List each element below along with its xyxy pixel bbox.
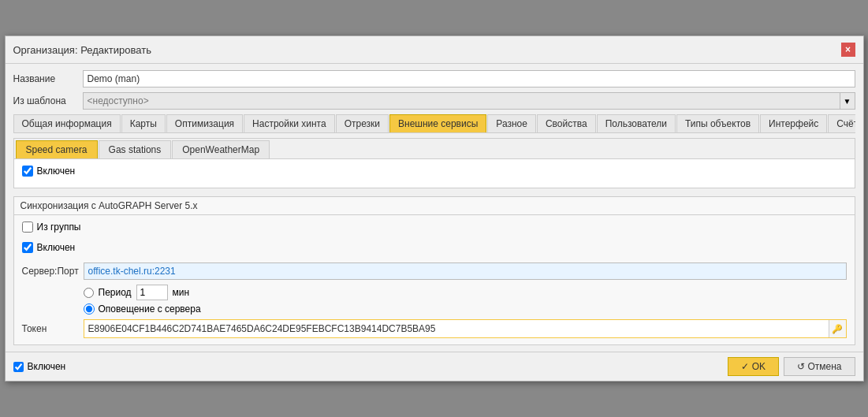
tab-users[interactable]: Пользователи — [597, 114, 676, 132]
name-input[interactable] — [83, 70, 855, 87]
period-notify-row: Период мин Оповещение с сервера — [22, 285, 847, 315]
sync-enabled-row: Включен — [22, 242, 847, 253]
from-group-checkbox[interactable] — [22, 222, 33, 233]
token-row: Токен 🔑 — [22, 319, 847, 338]
sync-body: Из группы Включен Сервер:Порт — [14, 215, 855, 344]
sync-enabled-label: Включен — [37, 242, 76, 253]
period-input[interactable] — [136, 285, 168, 300]
tab-external-services[interactable]: Внешние сервисы — [389, 114, 486, 132]
token-input[interactable] — [84, 320, 829, 337]
bottom-bar: Включен ✓ OK ↺ Отмена — [6, 352, 863, 381]
from-group-label: Из группы — [37, 222, 81, 233]
inner-tab-openweathermap[interactable]: OpenWeatherMap — [172, 140, 270, 158]
close-button[interactable]: × — [841, 43, 855, 57]
notify-radio[interactable] — [84, 303, 95, 315]
inner-tab-gas-stations[interactable]: Gas stations — [99, 140, 172, 158]
template-field-wrap: ▼ — [83, 92, 855, 110]
tab-general[interactable]: Общая информация — [13, 114, 121, 132]
tab-interface[interactable]: Интерфейс — [760, 114, 827, 132]
period-unit: мин — [173, 287, 190, 298]
main-tabs-row: Общая информация Карты Оптимизация Настр… — [13, 114, 855, 133]
period-label: Период — [99, 287, 132, 298]
tab-segments[interactable]: Отрезки — [336, 114, 389, 132]
speed-camera-panel: Включен — [14, 159, 855, 188]
tab-hint-settings[interactable]: Настройки хинта — [244, 114, 335, 132]
server-port-row: Сервер:Порт — [22, 262, 847, 280]
dialog-title: Организация: Редактировать — [13, 44, 151, 56]
tab-optimization[interactable]: Оптимизация — [166, 114, 243, 132]
period-row: Период мин — [84, 285, 201, 300]
speed-camera-enabled-row: Включен — [22, 166, 847, 177]
token-field-wrap: 🔑 — [84, 319, 847, 338]
bottom-enabled-label: Включен — [28, 361, 66, 372]
cancel-button[interactable]: ↺ Отмена — [784, 357, 855, 376]
dialog-titlebar: Организация: Редактировать × — [6, 36, 863, 64]
server-port-label: Сервер:Порт — [22, 266, 77, 277]
token-label: Токен — [22, 323, 77, 334]
name-label: Название — [13, 73, 76, 84]
sync-section: Синхронизация с AutoGRAPH Server 5.x Из … — [13, 196, 855, 345]
template-row: Из шаблона ▼ — [13, 92, 855, 110]
period-radio[interactable] — [84, 288, 94, 298]
sync-enabled-checkbox[interactable] — [22, 242, 33, 253]
bottom-right: ✓ OK ↺ Отмена — [728, 357, 855, 376]
template-label: Из шаблона — [13, 95, 76, 106]
bottom-enabled-checkbox[interactable] — [13, 362, 24, 372]
notify-label: Оповещение с сервера — [99, 303, 201, 315]
tab-object-types[interactable]: Типы объектов — [676, 114, 759, 132]
ok-button[interactable]: ✓ OK — [728, 357, 779, 376]
server-port-input[interactable] — [84, 262, 847, 280]
dialog-body: Название Из шаблона ▼ Общая информация К… — [6, 64, 863, 352]
token-key-button[interactable]: 🔑 — [829, 320, 846, 337]
template-dropdown-button[interactable]: ▼ — [840, 92, 855, 110]
speed-camera-enabled-checkbox[interactable] — [22, 166, 33, 177]
sync-section-title: Синхронизация с AutoGRAPH Server 5.x — [14, 197, 855, 215]
content-area: Speed camera Gas stations OpenWeatherMap… — [13, 138, 855, 188]
inner-tabs-row: Speed camera Gas stations OpenWeatherMap — [14, 139, 855, 159]
inner-tab-speed-camera[interactable]: Speed camera — [16, 140, 98, 158]
from-group-row: Из группы — [22, 222, 847, 233]
tab-misc[interactable]: Разное — [487, 114, 536, 132]
dialog-container: Организация: Редактировать × Название Из… — [5, 35, 864, 382]
template-input[interactable] — [83, 92, 840, 110]
speed-camera-enabled-label: Включен — [37, 166, 76, 177]
bottom-left: Включен — [13, 361, 66, 372]
tab-counters[interactable]: Счётчики пробега и моточасов — [828, 114, 855, 132]
tab-properties[interactable]: Свойства — [537, 114, 596, 132]
name-row: Название — [13, 70, 855, 87]
notify-row: Оповещение с сервера — [84, 303, 201, 315]
period-notify-group: Период мин Оповещение с сервера — [84, 285, 201, 315]
tab-maps[interactable]: Карты — [121, 114, 166, 132]
